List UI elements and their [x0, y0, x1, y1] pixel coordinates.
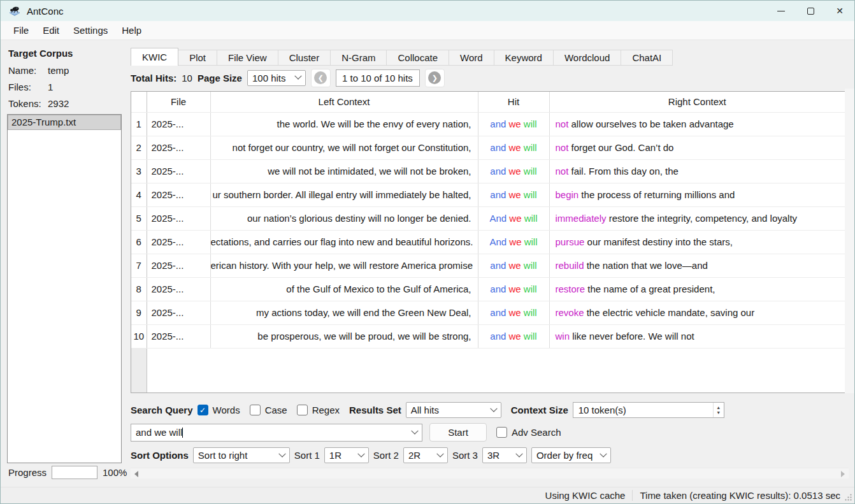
- kwic-row[interactable]: 42025-...ur southern border. All illegal…: [131, 183, 845, 206]
- left-context-cell: we will not be intimidated, we will not …: [210, 159, 478, 183]
- file-cell: 2025-...: [147, 230, 210, 254]
- kwic-row[interactable]: 102025-...be prosperous, we will be prou…: [131, 324, 845, 348]
- menu-help[interactable]: Help: [115, 22, 148, 38]
- search-query-input[interactable]: and we will: [131, 424, 422, 442]
- time-taken-status: Time taken (creating KWIC results): 0.05…: [640, 490, 840, 501]
- case-checkbox[interactable]: [250, 405, 261, 415]
- corpus-file-item-selected[interactable]: 2025-Trump.txt: [8, 115, 120, 129]
- menu-file[interactable]: File: [6, 22, 36, 38]
- hit-word: and: [490, 142, 506, 153]
- status-bar: Using KWIC cache Time taken (creating KW…: [1, 487, 854, 503]
- right-context-first-word: immediately: [556, 213, 607, 224]
- words-checkbox[interactable]: ✓: [198, 405, 208, 415]
- previous-page-button[interactable]: ❮: [311, 69, 331, 87]
- resize-grip-icon[interactable]: [844, 493, 852, 501]
- search-query-row: Search Query ✓ Words Case Regex Results …: [131, 402, 854, 418]
- hit-word: will: [521, 260, 537, 271]
- results-set-select[interactable]: All hits: [406, 402, 501, 418]
- hit-word: and: [490, 166, 506, 176]
- right-context-column-header[interactable]: Right Context: [549, 92, 845, 112]
- sort1-select[interactable]: 1R: [324, 447, 369, 463]
- corpus-files-label: Files:: [8, 82, 48, 92]
- context-size-spinner[interactable]: 10 token(s) ▲▼: [573, 402, 724, 418]
- right-context-cell: restore the name of a great president,: [549, 277, 845, 301]
- regex-checkbox-label: Regex: [312, 405, 340, 415]
- title-bar: AntConc ✕: [1, 1, 854, 21]
- menu-bar: File Edit Settings Help: [1, 21, 854, 40]
- tab-file-view[interactable]: File View: [217, 50, 278, 66]
- left-context-cell: my actions today, we will end the Green …: [210, 301, 478, 324]
- arrow-left-icon: ❮: [314, 71, 327, 84]
- next-page-button[interactable]: ❯: [425, 69, 445, 87]
- hit-column-header[interactable]: Hit: [478, 92, 549, 112]
- kwic-row[interactable]: 22025-...not forget our country, we will…: [131, 136, 845, 159]
- progress-bar: [52, 466, 97, 479]
- hit-range-field[interactable]: 1 to 10 of 10 hits: [336, 69, 420, 87]
- adv-search-checkbox[interactable]: [496, 427, 507, 438]
- row-number-cell: 7: [131, 254, 147, 277]
- corpus-file-list[interactable]: 2025-Trump.txt: [7, 114, 122, 463]
- file-column-header[interactable]: File: [147, 92, 210, 112]
- row-number-cell: 1: [131, 112, 147, 136]
- left-context-column-header[interactable]: Left Context: [210, 92, 478, 112]
- order-by-select[interactable]: Order by freq: [531, 447, 611, 463]
- scroll-right-icon[interactable]: [841, 471, 845, 477]
- hit-cell: and we will: [478, 254, 549, 277]
- horizontal-scrollbar[interactable]: [131, 468, 849, 479]
- hit-word: will: [521, 307, 537, 318]
- spinner-arrows-icon[interactable]: ▲▼: [713, 403, 724, 417]
- right-context-cell: begin the process of returning millions …: [549, 183, 845, 206]
- tab-kwic[interactable]: KWIC: [131, 48, 178, 66]
- regex-checkbox[interactable]: [297, 405, 308, 415]
- sort3-select[interactable]: 3R: [482, 447, 527, 463]
- tab-chatai[interactable]: ChatAI: [621, 50, 673, 66]
- tab-keyword[interactable]: Keyword: [494, 50, 554, 66]
- kwic-row[interactable]: 62025-...ectations, and carries our flag…: [131, 230, 845, 254]
- kwic-row[interactable]: 82025-...of the Gulf of Mexico to the Gu…: [131, 277, 845, 301]
- corpus-name-value: temp: [48, 65, 69, 76]
- sort-direction-select[interactable]: Sort to right: [193, 447, 290, 463]
- chevron-down-icon: [278, 450, 285, 457]
- scroll-left-icon[interactable]: [134, 471, 138, 477]
- corpus-files-value: 1: [48, 82, 53, 92]
- right-context-first-word: begin: [556, 189, 579, 200]
- start-button[interactable]: Start: [429, 423, 487, 442]
- tab-word[interactable]: Word: [449, 50, 494, 66]
- target-corpus-panel: Target Corpus Name:temp Files:1 Tokens:2…: [1, 40, 126, 487]
- kwic-row[interactable]: 52025-...our nation’s glorious destiny w…: [131, 206, 845, 230]
- hit-word: we: [507, 236, 521, 247]
- tab-cluster[interactable]: Cluster: [278, 50, 331, 66]
- filler-cell: [147, 348, 210, 392]
- kwic-header-row: File Left Context Hit Right Context: [131, 92, 845, 112]
- hit-word: will: [521, 119, 537, 129]
- text-caret: [182, 428, 183, 438]
- hit-cell: and we will: [478, 301, 549, 324]
- arrow-right-icon: ❯: [428, 71, 441, 84]
- right-context-cell: not fail. From this day on, the: [549, 159, 845, 183]
- left-context-cell: ur southern border. All illegal entry wi…: [210, 183, 478, 206]
- row-number-cell: 8: [131, 277, 147, 301]
- sort-options-row: Sort Options Sort to right Sort 1 1R Sor…: [131, 447, 854, 463]
- hit-word: we: [506, 331, 521, 342]
- kwic-row[interactable]: 32025-...we will not be intimidated, we …: [131, 159, 845, 183]
- kwic-row[interactable]: 72025-...erican history. With your help,…: [131, 254, 845, 277]
- hit-word: we: [507, 213, 521, 224]
- tab-bar: KWICPlotFile ViewClusterN-GramCollocateW…: [131, 48, 854, 66]
- hit-cell: and we will: [478, 136, 549, 159]
- search-input-row: and we will Start Adv Search: [131, 423, 854, 442]
- tab-wordcloud[interactable]: Wordcloud: [553, 50, 621, 66]
- menu-edit[interactable]: Edit: [36, 22, 66, 38]
- tab-n-gram[interactable]: N-Gram: [330, 50, 387, 66]
- page-size-select[interactable]: 100 hits: [247, 70, 306, 86]
- close-button[interactable]: ✕: [825, 1, 854, 21]
- vertical-scrollbar[interactable]: [845, 89, 854, 393]
- tab-collocate[interactable]: Collocate: [386, 50, 449, 66]
- kwic-row[interactable]: 12025-...the world. We will be the envy …: [131, 112, 845, 136]
- minimize-icon: [777, 11, 785, 11]
- tab-plot[interactable]: Plot: [178, 50, 217, 66]
- menu-settings[interactable]: Settings: [66, 22, 115, 38]
- maximize-button[interactable]: [796, 1, 825, 21]
- sort2-select[interactable]: 2R: [403, 447, 448, 463]
- kwic-row[interactable]: 92025-...my actions today, we will end t…: [131, 301, 845, 324]
- minimize-button[interactable]: [766, 1, 796, 21]
